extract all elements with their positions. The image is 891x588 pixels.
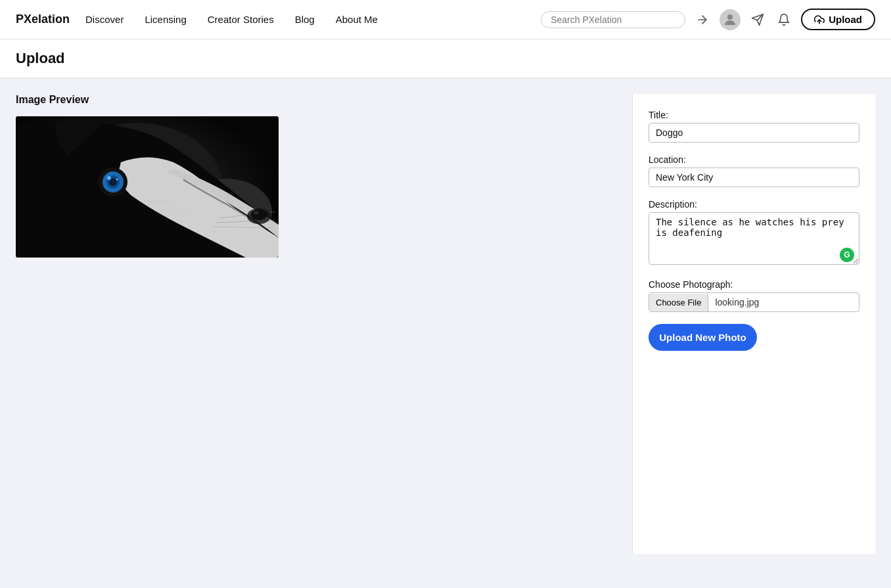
file-name-display: looking.jpg (708, 293, 859, 311)
location-label: Location: (649, 154, 859, 165)
navbar: PXelation Discover Licensing Creator Sto… (0, 0, 891, 39)
send-icon (751, 13, 764, 26)
choose-file-button[interactable]: Choose File (649, 294, 708, 311)
search-input[interactable] (551, 14, 675, 25)
description-label: Description: (649, 199, 859, 210)
nav-links: Discover Licensing Creator Stories Blog … (85, 14, 541, 25)
upload-nav-button[interactable]: Upload (801, 9, 875, 30)
title-group: Title: (649, 110, 859, 143)
arrow-icon-btn[interactable] (693, 11, 712, 29)
page-title: Upload (16, 50, 875, 67)
upload-arrow-icon (814, 14, 825, 25)
nav-blog[interactable]: Blog (295, 14, 315, 25)
svg-point-19 (251, 210, 267, 220)
upload-new-photo-button[interactable]: Upload New Photo (649, 324, 757, 351)
dog-preview-image (16, 116, 279, 258)
main-content: Image Preview (0, 78, 891, 570)
arrow-right-icon (696, 13, 709, 26)
right-panel: Title: Location: Description: The silenc… (632, 94, 875, 554)
brand-logo[interactable]: PXelation (16, 12, 70, 26)
textarea-wrapper: The silence as he watches his prey is de… (649, 212, 859, 267)
svg-point-14 (116, 179, 118, 181)
nav-creator-stories[interactable]: Creator Stories (208, 14, 274, 25)
location-group: Location: (649, 154, 859, 187)
image-preview-label: Image Preview (16, 94, 632, 106)
notification-icon-btn[interactable] (775, 11, 793, 29)
page-header: Upload (0, 39, 891, 78)
bell-icon (777, 13, 790, 26)
title-label: Title: (649, 110, 859, 120)
description-group: Description: The silence as he watches h… (649, 199, 859, 267)
svg-point-20 (254, 212, 259, 215)
upload-nav-label: Upload (829, 14, 862, 25)
svg-point-1 (727, 14, 733, 20)
choose-photograph-label: Choose Photograph: (649, 279, 859, 290)
search-box[interactable] (541, 11, 685, 28)
nav-about-me[interactable]: About Me (336, 14, 378, 25)
navbar-right: Upload (541, 9, 875, 30)
avatar[interactable] (720, 9, 741, 30)
person-icon (722, 12, 738, 28)
location-input[interactable] (649, 168, 859, 187)
choose-photograph-group: Choose Photograph: Choose File looking.j… (649, 279, 859, 312)
grammarly-icon: G (840, 248, 854, 262)
left-panel: Image Preview (16, 94, 632, 554)
description-textarea[interactable]: The silence as he watches his prey is de… (649, 212, 859, 265)
file-input-wrapper: Choose File looking.jpg (649, 292, 859, 312)
send-icon-btn[interactable] (748, 11, 767, 29)
svg-point-13 (107, 176, 111, 180)
nav-licensing[interactable]: Licensing (145, 14, 186, 25)
preview-image-container (16, 116, 279, 258)
title-input[interactable] (649, 123, 859, 143)
nav-discover[interactable]: Discover (85, 14, 124, 25)
